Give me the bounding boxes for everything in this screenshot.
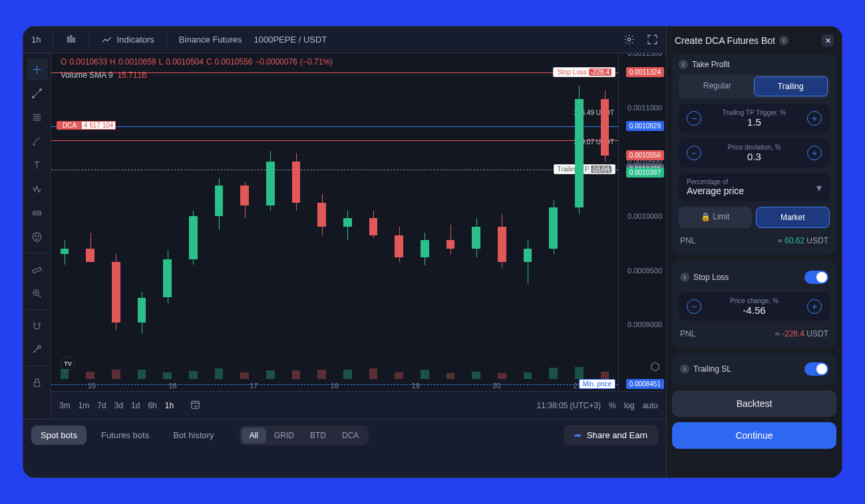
- candle: [112, 262, 120, 322]
- fib-tool[interactable]: [27, 106, 48, 128]
- price-badge: 0.0010556: [626, 150, 664, 160]
- info-icon[interactable]: i: [679, 60, 688, 69]
- crosshair-tool[interactable]: [27, 59, 48, 80]
- zoom-tool[interactable]: [27, 283, 48, 304]
- candle: [86, 249, 94, 262]
- long-short-tool[interactable]: [27, 202, 48, 223]
- lock-draw-tool[interactable]: [27, 339, 48, 360]
- timeframe-selector[interactable]: 1h: [31, 35, 41, 45]
- timeframe-1h[interactable]: 1h: [165, 401, 174, 410]
- tab-bot-history[interactable]: Bot history: [164, 426, 223, 445]
- x-tick: 16: [168, 382, 176, 390]
- percent-scale[interactable]: %: [609, 401, 616, 410]
- price-dev-minus[interactable]: −: [687, 146, 701, 160]
- ruler-tool[interactable]: [27, 259, 48, 280]
- candle: [549, 207, 558, 249]
- settings-icon[interactable]: [623, 34, 635, 45]
- pnl-label: PNL: [680, 329, 695, 338]
- svg-point-17: [33, 233, 41, 241]
- pnl-label: PNL: [680, 236, 695, 245]
- ref-line[interactable]: [51, 170, 618, 170]
- filter-btd[interactable]: BTD: [302, 428, 334, 443]
- svg-rect-27: [38, 346, 41, 348]
- filter-grid[interactable]: GRID: [266, 428, 302, 443]
- indicators-button[interactable]: Indicators: [101, 34, 154, 45]
- emoji-tool[interactable]: [27, 226, 48, 247]
- candle: [189, 216, 198, 259]
- tab-spot-bots[interactable]: Spot bots: [31, 426, 86, 445]
- pattern-tool[interactable]: [27, 178, 48, 199]
- axis-settings-icon[interactable]: [649, 361, 661, 375]
- svg-line-22: [39, 295, 41, 297]
- candle: [369, 218, 378, 235]
- candle: [421, 240, 429, 257]
- price-change-minus[interactable]: −: [687, 299, 701, 314]
- tab-futures-bots[interactable]: Futures bots: [92, 426, 158, 445]
- price-badge: 0.0008451: [626, 379, 664, 389]
- stop-loss-toggle[interactable]: [804, 271, 828, 284]
- candle: [317, 203, 326, 227]
- svg-rect-30: [192, 401, 199, 408]
- timeframe-7d[interactable]: 7d: [97, 401, 106, 410]
- tp-trailing-tab[interactable]: Trailing: [754, 76, 828, 96]
- brush-tool[interactable]: [27, 130, 48, 152]
- candle: [395, 235, 403, 257]
- svg-rect-28: [34, 382, 40, 386]
- text-tool[interactable]: [27, 154, 48, 176]
- continue-button[interactable]: Continue: [672, 422, 836, 449]
- filter-dca[interactable]: DCA: [334, 428, 367, 443]
- share-button[interactable]: ➦ Share and Earn: [564, 425, 658, 445]
- trailing-sl-toggle[interactable]: [804, 362, 828, 376]
- auto-scale[interactable]: auto: [643, 401, 658, 410]
- candle: [292, 162, 301, 203]
- close-panel-button[interactable]: ✕: [822, 35, 834, 47]
- price-change-value[interactable]: -4.56: [701, 305, 807, 316]
- ref-line[interactable]: [51, 140, 618, 141]
- limit-order-button[interactable]: 🔒 Limit: [679, 207, 752, 228]
- price-dev-plus[interactable]: +: [807, 146, 822, 160]
- timeframe-1m[interactable]: 1m: [79, 401, 90, 410]
- log-scale[interactable]: log: [624, 401, 635, 410]
- panel-title: Create DCA Futures Bot: [675, 35, 775, 46]
- candle: [61, 249, 69, 254]
- price-change-plus[interactable]: +: [807, 299, 822, 314]
- fullscreen-icon[interactable]: [647, 34, 658, 45]
- timeframe-6h[interactable]: 6h: [148, 401, 156, 410]
- svg-rect-20: [33, 267, 41, 273]
- percentage-of-dropdown[interactable]: Percentage of Average price: [679, 173, 830, 201]
- chart-canvas[interactable]: O0.0010633 H0.0010659 L0.0010504 C0.0010…: [51, 53, 666, 391]
- backtest-button[interactable]: Backtest: [672, 390, 836, 417]
- goto-date-icon[interactable]: [190, 399, 201, 412]
- symbol-label[interactable]: 1000PEPE / USDT: [254, 35, 327, 45]
- price-axis[interactable]: 0.00115000.00110000.00105000.00100000.00…: [618, 53, 666, 391]
- filter-all[interactable]: All: [242, 428, 266, 443]
- exchange-label[interactable]: Binance Futures: [179, 35, 242, 45]
- tp-trigger-plus[interactable]: +: [807, 111, 822, 126]
- ref-line[interactable]: [51, 126, 618, 127]
- timeframe-3d[interactable]: 3d: [114, 401, 123, 410]
- ref-line[interactable]: [51, 384, 618, 385]
- svg-point-18: [35, 235, 36, 236]
- timeframe-3m[interactable]: 3m: [59, 401, 71, 410]
- price-dev-value[interactable]: 0.3: [701, 151, 807, 162]
- tp-trigger-value[interactable]: 1.5: [701, 116, 807, 128]
- info-icon[interactable]: i: [779, 36, 788, 45]
- ohlc-readout: O0.0010633 H0.0010659 L0.0010504 C0.0010…: [61, 57, 333, 66]
- x-tick: 18: [331, 382, 339, 390]
- svg-point-19: [38, 235, 39, 236]
- magnet-tool[interactable]: [27, 315, 48, 336]
- trend-line-tool[interactable]: [27, 82, 48, 104]
- candles-icon[interactable]: [65, 34, 77, 45]
- tp-regular-tab[interactable]: Regular: [681, 76, 754, 96]
- lock-tool[interactable]: [27, 372, 48, 393]
- info-icon[interactable]: i: [680, 364, 689, 374]
- candle: [343, 218, 352, 227]
- svg-line-6: [33, 89, 41, 96]
- market-order-button[interactable]: Market: [756, 207, 830, 228]
- info-icon[interactable]: i: [680, 273, 689, 282]
- tp-trigger-minus[interactable]: −: [687, 111, 701, 126]
- timeframe-1d[interactable]: 1d: [131, 401, 140, 410]
- y-tick: 0.0011500: [627, 53, 662, 57]
- svg-marker-29: [651, 362, 659, 371]
- ref-line[interactable]: [51, 72, 618, 73]
